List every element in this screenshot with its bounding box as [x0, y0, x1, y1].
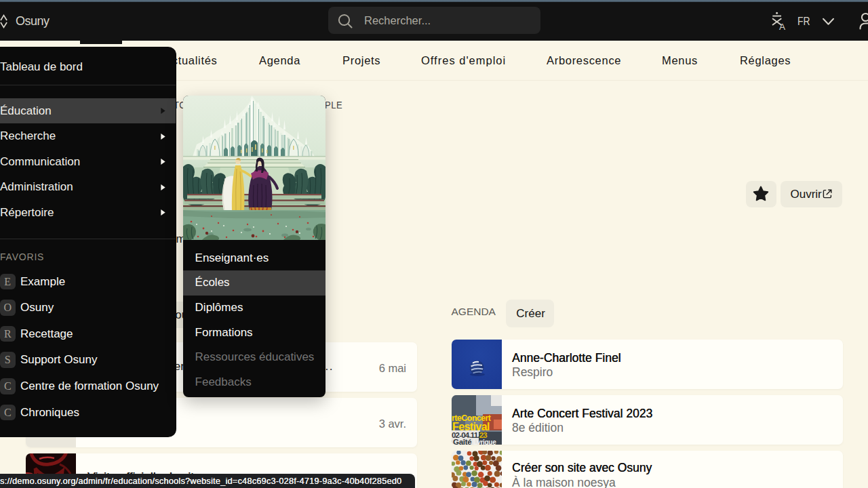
svg-text:Gaîté Lyrique: Gaîté Lyrique [453, 438, 496, 445]
svg-text:A: A [779, 22, 785, 32]
